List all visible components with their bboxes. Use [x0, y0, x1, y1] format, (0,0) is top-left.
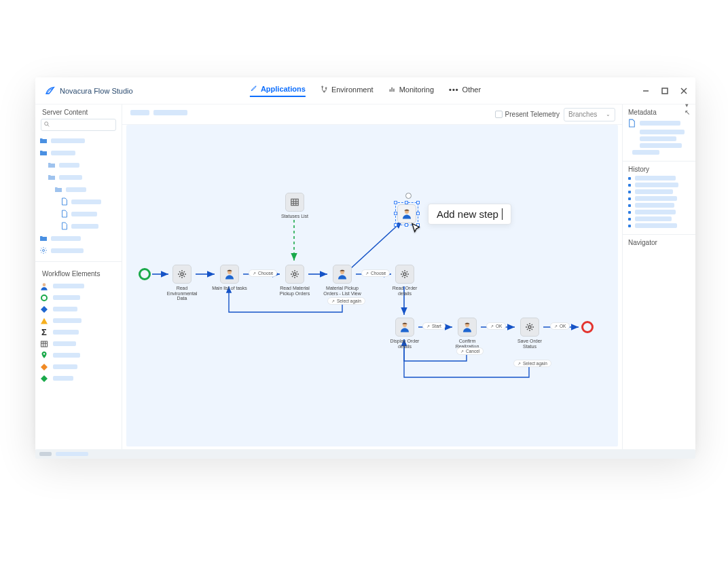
edit-icon[interactable]: ↖: [685, 109, 690, 116]
canvas-area: Present Telemetry Branches ⌄: [122, 104, 622, 451]
svg-point-13: [43, 283, 46, 286]
tree-gear[interactable]: [39, 245, 117, 256]
palette-green-diamond[interactable]: [39, 373, 117, 384]
node-save-status[interactable]: Save Order Status: [511, 318, 549, 349]
workflow-elements-palette: Σ: [35, 280, 122, 384]
metadata-panel: Metadata↖: [623, 104, 695, 162]
edge-label-start[interactable]: Start: [422, 322, 445, 330]
tree-file[interactable]: [39, 196, 117, 207]
svg-rect-30: [291, 199, 299, 205]
svg-point-35: [181, 273, 183, 276]
node-display-order[interactable]: Display Order details: [386, 318, 424, 349]
app-title: Novacura Flow Studio: [60, 87, 133, 95]
svg-point-12: [43, 250, 45, 252]
palette-user-step[interactable]: [39, 280, 117, 292]
node-mpo-list[interactable]: Material Pickup Orders - List View: [323, 265, 361, 296]
left-sidebar: Server Content Workflow Eleme: [35, 104, 122, 451]
history-item[interactable]: [628, 223, 690, 228]
svg-rect-14: [41, 341, 48, 347]
metadata-item[interactable]: [628, 119, 690, 128]
svg-point-37: [293, 273, 296, 276]
history-panel: History: [623, 162, 695, 235]
edge-label-ok[interactable]: OK: [550, 322, 570, 330]
node-confirm[interactable]: Confirm Realization: [448, 318, 486, 349]
node-new-user-step[interactable]: [395, 202, 418, 225]
tree-folder[interactable]: [39, 159, 117, 170]
chevron-down-icon: ⌄: [606, 111, 611, 117]
palette-sigma[interactable]: Σ: [39, 326, 117, 338]
workflow-elements-title: Workflow Elements: [35, 266, 122, 280]
chevron-down-icon[interactable]: ▾: [685, 102, 689, 109]
tab-applications[interactable]: Applications: [250, 85, 306, 97]
node-read-mpo[interactable]: Read Material Pickup Orders: [276, 265, 314, 296]
rotate-handle[interactable]: [405, 193, 412, 199]
server-content-title: Server Content: [35, 104, 122, 119]
search-icon: [43, 121, 50, 128]
svg-point-43: [528, 326, 531, 328]
checkbox-icon: [495, 111, 503, 118]
maximize-button[interactable]: [660, 86, 670, 96]
rocket-icon: [250, 85, 257, 92]
tab-other[interactable]: ••• Other: [449, 86, 481, 96]
app-logo: Novacura Flow Studio: [35, 86, 133, 96]
edge-label-select-again[interactable]: Select again: [327, 297, 365, 305]
tree-folder[interactable]: [39, 233, 117, 244]
tab-environment[interactable]: Environment: [321, 86, 374, 96]
edge-label-select-again[interactable]: Select again: [513, 360, 551, 367]
add-step-input[interactable]: Add new step: [428, 204, 511, 225]
edge-label-ok[interactable]: OK: [486, 322, 506, 330]
palette-decision[interactable]: [39, 303, 117, 315]
tree-file[interactable]: [39, 208, 117, 219]
history-item[interactable]: [628, 196, 690, 201]
file-icon: [628, 119, 636, 128]
tree-folder[interactable]: [39, 184, 117, 195]
app-window: Novacura Flow Studio Applications Enviro…: [35, 77, 695, 451]
ellipsis-icon: •••: [449, 86, 459, 94]
node-read-env[interactable]: Read Environmental Data: [163, 265, 201, 301]
history-item[interactable]: [628, 183, 690, 187]
node-main-list[interactable]: Main list of tasks: [211, 265, 249, 291]
node-statuses-list[interactable]: Statuses List: [276, 193, 314, 219]
svg-line-11: [48, 125, 49, 126]
status-bar: [35, 449, 695, 459]
minimize-button[interactable]: [641, 86, 651, 96]
search-input[interactable]: [41, 119, 116, 131]
node-start[interactable]: [139, 268, 151, 280]
palette-pin[interactable]: [39, 349, 117, 361]
svg-rect-5: [393, 89, 394, 92]
tree-folder[interactable]: [39, 147, 117, 158]
node-end[interactable]: [581, 321, 594, 333]
bars-icon: [388, 86, 396, 93]
svg-rect-3: [390, 90, 390, 92]
close-button[interactable]: [679, 86, 689, 96]
palette-orange-diamond[interactable]: [39, 361, 117, 373]
palette-start[interactable]: [39, 292, 117, 303]
tree-folder[interactable]: [39, 135, 117, 146]
svg-point-2: [323, 91, 325, 92]
svg-rect-4: [391, 88, 392, 92]
svg-rect-7: [662, 88, 668, 94]
edge-label-cancel[interactable]: Cancel: [456, 347, 484, 355]
history-item[interactable]: [628, 189, 690, 194]
window-controls: [641, 77, 689, 104]
node-read-order[interactable]: Read Order details: [386, 265, 424, 296]
history-item[interactable]: [628, 210, 690, 214]
tree-folder[interactable]: [39, 172, 117, 183]
branches-dropdown[interactable]: Branches ⌄: [564, 108, 615, 121]
palette-table[interactable]: [39, 338, 117, 349]
history-item[interactable]: [628, 203, 690, 208]
tab-monitoring[interactable]: Monitoring: [388, 86, 434, 96]
present-telemetry-toggle[interactable]: Present Telemetry: [495, 111, 560, 118]
edge-label-choose[interactable]: Choose: [249, 269, 277, 277]
workflow-canvas[interactable]: Statuses List Read Environmental Data Ma…: [126, 125, 618, 446]
tree-file[interactable]: [39, 221, 117, 231]
server-content-tree: [35, 134, 122, 257]
svg-point-10: [45, 122, 48, 126]
history-item[interactable]: [628, 176, 690, 180]
svg-point-1: [325, 88, 327, 89]
server-content-search: [41, 119, 116, 131]
palette-warning[interactable]: [39, 315, 117, 326]
title-bar: Novacura Flow Studio Applications Enviro…: [35, 77, 695, 104]
history-item[interactable]: [628, 216, 690, 221]
main-tabs: Applications Environment Monitoring ••• …: [250, 85, 481, 97]
